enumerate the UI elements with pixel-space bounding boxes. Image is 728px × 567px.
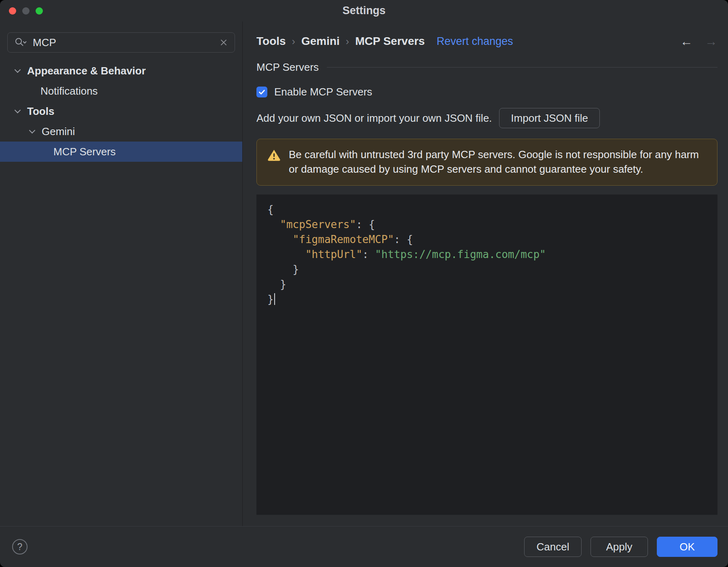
code-line: } bbox=[267, 262, 707, 277]
window-title: Settings bbox=[343, 4, 386, 17]
text-caret bbox=[274, 293, 275, 305]
main-body: Appearance & Behavior Notifications Tool… bbox=[0, 21, 728, 526]
code-line: "httpUrl": "https://mcp.figma.com/mcp" bbox=[267, 247, 707, 262]
warning-icon bbox=[267, 149, 281, 163]
sidebar-item-mcp-servers[interactable]: MCP Servers bbox=[0, 142, 242, 162]
content-pane: Tools › Gemini › MCP Servers Revert chan… bbox=[243, 21, 728, 526]
footer-bar: ? Cancel Apply OK bbox=[0, 526, 728, 567]
enable-mcp-label: Enable MCP Servers bbox=[274, 86, 372, 98]
enable-mcp-checkbox-icon[interactable] bbox=[256, 87, 267, 97]
footer-buttons: Cancel Apply OK bbox=[524, 537, 717, 557]
chevron-down-icon[interactable] bbox=[29, 127, 36, 133]
sidebar-item-label: Tools bbox=[27, 105, 54, 118]
code-line: "mcpServers": { bbox=[267, 217, 707, 232]
sidebar-item-label: MCP Servers bbox=[53, 146, 116, 158]
cancel-button[interactable]: Cancel bbox=[524, 537, 582, 557]
search-icon[interactable] bbox=[14, 37, 27, 48]
history-nav: ← → bbox=[680, 35, 717, 48]
breadcrumb-mcp-servers[interactable]: MCP Servers bbox=[355, 35, 425, 48]
section-header: MCP Servers bbox=[256, 61, 717, 74]
content-header: Tools › Gemini › MCP Servers Revert chan… bbox=[256, 34, 717, 49]
ok-button[interactable]: OK bbox=[657, 537, 717, 557]
sidebar: Appearance & Behavior Notifications Tool… bbox=[0, 21, 243, 526]
breadcrumb-tools[interactable]: Tools bbox=[256, 35, 286, 48]
code-line: } bbox=[267, 277, 707, 292]
revert-changes-link[interactable]: Revert changes bbox=[436, 35, 513, 48]
import-json-button[interactable]: Import JSON file bbox=[499, 108, 600, 128]
breadcrumb-separator: › bbox=[292, 36, 295, 47]
chevron-down-icon[interactable] bbox=[15, 107, 21, 113]
sidebar-item-notifications[interactable]: Notifications bbox=[0, 81, 242, 101]
import-row: Add your own JSON or import your own JSO… bbox=[256, 108, 717, 128]
close-window-button[interactable] bbox=[9, 7, 16, 15]
traffic-lights bbox=[9, 0, 43, 21]
forward-arrow-icon[interactable]: → bbox=[705, 35, 717, 48]
code-line: { bbox=[267, 202, 707, 217]
sidebar-item-gemini[interactable]: Gemini bbox=[0, 121, 242, 142]
search-box bbox=[7, 32, 235, 53]
minimize-window-button[interactable] bbox=[22, 7, 30, 15]
titlebar: Settings bbox=[0, 0, 728, 21]
code-line: "figmaRemoteMCP": { bbox=[267, 232, 707, 247]
section-title: MCP Servers bbox=[256, 61, 319, 74]
breadcrumb-gemini[interactable]: Gemini bbox=[301, 35, 340, 48]
help-button[interactable]: ? bbox=[12, 539, 28, 554]
warning-text: Be careful with untrusted 3rd party MCP … bbox=[289, 148, 705, 177]
section-divider bbox=[327, 67, 717, 68]
breadcrumb: Tools › Gemini › MCP Servers Revert chan… bbox=[256, 35, 513, 48]
enable-mcp-servers-row[interactable]: Enable MCP Servers bbox=[256, 86, 717, 98]
zoom-window-button[interactable] bbox=[36, 7, 43, 15]
back-arrow-icon[interactable]: ← bbox=[680, 35, 693, 48]
clear-search-icon[interactable] bbox=[219, 38, 228, 47]
chevron-down-icon[interactable] bbox=[15, 66, 21, 73]
import-hint-text: Add your own JSON or import your own JSO… bbox=[256, 112, 492, 125]
settings-tree: Appearance & Behavior Notifications Tool… bbox=[0, 61, 242, 162]
apply-button[interactable]: Apply bbox=[590, 537, 648, 557]
warning-banner: Be careful with untrusted 3rd party MCP … bbox=[256, 139, 717, 186]
sidebar-item-appearance-behavior[interactable]: Appearance & Behavior bbox=[0, 61, 242, 81]
settings-window: Settings bbox=[0, 0, 728, 567]
sidebar-item-label: Appearance & Behavior bbox=[27, 65, 146, 77]
sidebar-item-tools[interactable]: Tools bbox=[0, 101, 242, 121]
mcp-json-editor[interactable]: { "mcpServers": { "figmaRemoteMCP": { "h… bbox=[256, 195, 717, 515]
code-line: } bbox=[267, 292, 707, 307]
sidebar-item-label: Notifications bbox=[40, 85, 98, 97]
search-input[interactable] bbox=[33, 36, 214, 49]
sidebar-item-label: Gemini bbox=[42, 125, 75, 138]
breadcrumb-separator: › bbox=[346, 36, 349, 47]
